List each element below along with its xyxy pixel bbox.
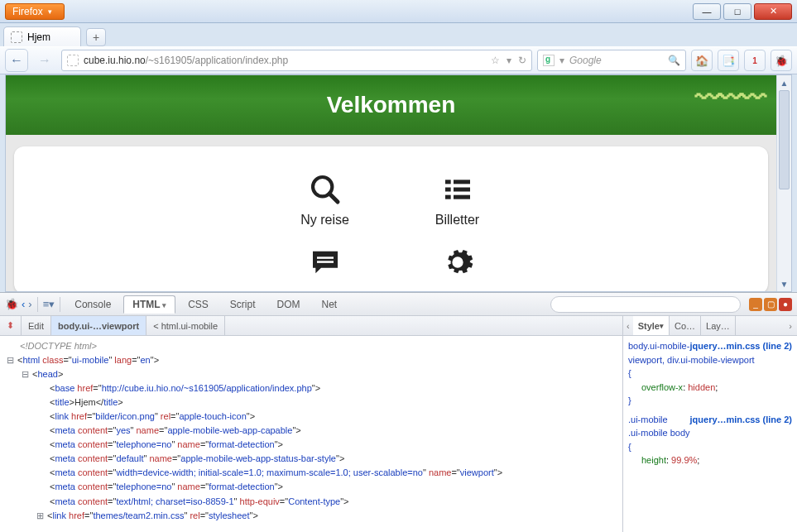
google-icon: [543, 55, 555, 66]
css-selector: .ui-mobile body: [628, 428, 690, 438]
firebug-edit-button[interactable]: Edit: [22, 316, 51, 335]
firebug-tab-net[interactable]: Net: [313, 295, 347, 314]
firebug-next-icon[interactable]: ›: [28, 298, 31, 310]
firebug-rtab-style[interactable]: Style: [633, 316, 670, 335]
svg-rect-3: [454, 180, 470, 184]
css-selector: .ui-mobile: [628, 415, 668, 424]
chat-icon: [309, 244, 342, 280]
firefox-label: Firefox: [12, 6, 43, 17]
maximize-button[interactable]: □: [723, 3, 751, 20]
firebug-right-panel: ‹ Style Co… Lay… › jquery…min.css (line …: [623, 316, 797, 532]
firebug-icon[interactable]: 🐞: [5, 298, 18, 310]
svg-rect-4: [445, 188, 451, 192]
svg-line-1: [329, 194, 338, 202]
url-dropdown-icon[interactable]: ▾: [507, 55, 511, 66]
firebug-prev-icon[interactable]: ‹: [22, 298, 25, 310]
gear-icon: [441, 244, 474, 280]
forward-button[interactable]: →: [33, 49, 56, 72]
grid-item-settings[interactable]: [416, 244, 499, 285]
window-titlebar: Firefox — □ ✕: [0, 0, 797, 23]
identity-icon: [67, 55, 79, 66]
chevron-left-icon[interactable]: ‹: [623, 321, 633, 331]
minimize-button[interactable]: —: [693, 3, 721, 20]
scrollbar-thumb[interactable]: [779, 90, 790, 189]
search-bar[interactable]: ▾ Google 🔍: [537, 50, 686, 71]
list-icon: [441, 171, 474, 208]
svg-rect-8: [317, 256, 334, 259]
bookmark-star-icon[interactable]: ☆: [491, 55, 500, 66]
firebug-crumb-tools[interactable]: ⬍: [0, 316, 22, 335]
css-property: height: [628, 455, 666, 465]
browser-tabstrip: Hjem +: [0, 23, 797, 46]
firebug-body: ⬍ Edit body.ui-…viewport < html.ui-mobil…: [0, 316, 797, 532]
svg-rect-7: [454, 195, 470, 199]
tab-title: Hjem: [27, 31, 50, 43]
toggle-icon[interactable]: ⊟: [5, 353, 15, 367]
close-button[interactable]: ✕: [754, 3, 792, 20]
firebug-panel: 🐞 ‹ › ≡▾ Console HTML CSS Script DOM Net…: [0, 292, 797, 532]
plus-icon: +: [93, 31, 99, 44]
css-value: 99.9%: [671, 455, 697, 465]
firebug-breadcrumb: ⬍ Edit body.ui-…viewport < html.ui-mobil…: [0, 316, 622, 336]
firebug-tab-dom[interactable]: DOM: [268, 295, 310, 314]
home-button[interactable]: 🏠: [691, 50, 713, 71]
browser-viewport: Velkommen 〰〰〰 Ny reise Billett: [5, 74, 792, 292]
logo-icon: 〰〰〰: [695, 82, 760, 114]
grid-item-label: Ny reise: [300, 213, 349, 228]
new-tab-button[interactable]: +: [86, 28, 106, 46]
firebug-css-panel[interactable]: jquery…min.css (line 2)body.ui-mobile-vi…: [623, 336, 797, 532]
url-bar[interactable]: cube.iu.hio.no/~s161905/application/inde…: [61, 50, 532, 71]
doctype-line: <!DOCTYPE html>: [20, 341, 97, 351]
firebug-lines-icon[interactable]: ≡▾: [43, 298, 55, 310]
favicon-icon: [11, 31, 22, 43]
svg-rect-5: [454, 188, 470, 192]
firebug-left-panel: ⬍ Edit body.ui-…viewport < html.ui-mobil…: [0, 316, 623, 532]
home-grid: Ny reise Billetter: [284, 171, 499, 285]
css-property: overflow-x: [628, 382, 683, 392]
css-source-link[interactable]: jquery…min.css (line 2): [690, 339, 792, 353]
addon-button-2[interactable]: 🐞: [771, 50, 792, 71]
firebug-crumb-active[interactable]: body.ui-…viewport: [51, 316, 146, 335]
grid-item-nyreise[interactable]: Ny reise: [284, 171, 367, 228]
firebug-toolbar: 🐞 ‹ › ≡▾ Console HTML CSS Script DOM Net…: [0, 293, 797, 316]
firebug-close-button[interactable]: ●: [779, 298, 792, 311]
firebug-crumb-parent[interactable]: < html.ui-mobile: [146, 316, 225, 335]
firebug-html-tree[interactable]: <!DOCTYPE html> ⊟ <html class="ui-mobile…: [0, 336, 622, 532]
page-title: Velkommen: [327, 92, 456, 118]
firebug-right-tabs: ‹ Style Co… Lay… ›: [623, 316, 797, 336]
svg-rect-9: [317, 261, 334, 263]
toggle-icon[interactable]: ⊟: [20, 367, 30, 381]
firebug-tab-html[interactable]: HTML: [123, 295, 175, 314]
page-content: Velkommen 〰〰〰 Ny reise Billett: [6, 75, 776, 291]
search-go-icon[interactable]: 🔍: [668, 55, 680, 66]
grid-item-label: Billetter: [435, 213, 479, 228]
bookmarks-button[interactable]: 📑: [718, 50, 739, 71]
scroll-up-icon[interactable]: ▲: [777, 75, 791, 90]
url-path: /~s161905/application/index.php: [146, 55, 288, 66]
firebug-minimize-button[interactable]: _: [749, 298, 762, 311]
page-scrollbar[interactable]: ▲ ▼: [776, 75, 791, 291]
toggle-icon[interactable]: ⊞: [35, 509, 45, 523]
firebug-rtab-layout[interactable]: Lay…: [701, 316, 736, 335]
firebug-tab-css[interactable]: CSS: [179, 295, 218, 314]
firebug-detach-button[interactable]: ▢: [764, 298, 777, 311]
window-controls: — □ ✕: [690, 3, 792, 20]
css-value: hidden: [688, 382, 715, 392]
page-header: Velkommen 〰〰〰: [6, 75, 776, 135]
firebug-tab-script[interactable]: Script: [221, 295, 265, 314]
firefox-menu-button[interactable]: Firefox: [5, 3, 65, 20]
firebug-tab-console[interactable]: Console: [65, 295, 120, 314]
firebug-search-input[interactable]: [550, 296, 741, 313]
url-domain: cube.iu.hio.no: [84, 55, 146, 66]
addon-button-1[interactable]: 1: [744, 50, 766, 71]
refresh-icon[interactable]: ↻: [518, 55, 526, 66]
firebug-rtab-computed[interactable]: Co…: [670, 316, 701, 335]
browser-tab[interactable]: Hjem: [3, 26, 81, 46]
back-button[interactable]: ←: [5, 49, 28, 72]
css-source-link[interactable]: jquery…min.css (line 2): [690, 413, 792, 427]
grid-item-chat[interactable]: [284, 244, 367, 285]
browser-navbar: ← → cube.iu.hio.no/~s161905/application/…: [0, 46, 797, 74]
chevron-right-icon[interactable]: ›: [784, 321, 797, 331]
grid-item-billetter[interactable]: Billetter: [416, 171, 499, 228]
scroll-down-icon[interactable]: ▼: [777, 276, 791, 291]
